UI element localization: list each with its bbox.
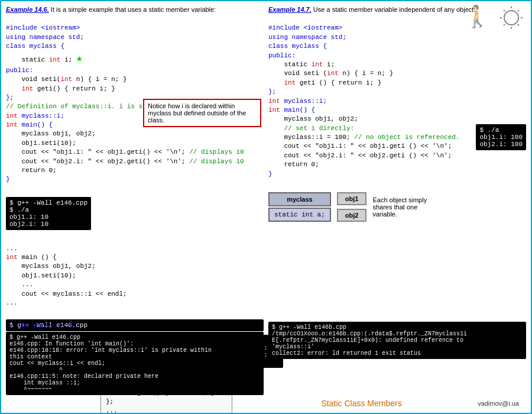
myclass-label: myclass — [268, 192, 331, 206]
green-star-icon: ★ — [76, 53, 83, 64]
terminal-bottom-left: $ g++ -Wall e146.cpp e146.cpp: In functi… — [6, 332, 264, 395]
ex14-7-desc: Use a static member variable independent… — [312, 6, 476, 13]
class-diagram-box: myclass static int a; — [268, 192, 331, 222]
extra-code: ... int main () { myclass obj1, obj2; ob… — [6, 235, 264, 317]
extra-code-area: ... int main () { myclass obj1, obj2; ob… — [6, 235, 264, 331]
terminal-bottom-right: $ g++ -Wall e146b.cpp /tmp/ccO1Xooo.o:e1… — [268, 322, 526, 359]
ex14-7-label: Example 14.7. — [268, 6, 312, 13]
svg-line-8 — [504, 24, 505, 25]
terminal-right-top: $ ./a obj1.i: 100 obj2.i: 100 — [476, 124, 526, 150]
svg-line-7 — [518, 10, 519, 11]
bottom-section: // int myclass::i; $ g++ -Wall e146.cpp … — [6, 322, 526, 395]
bottom-left: // int myclass::i; $ g++ -Wall e146.cpp … — [6, 322, 264, 395]
static-member-label: static int a; — [268, 208, 331, 222]
sun-icon — [491, 6, 523, 38]
notice-box: Notice how i is declared within myclass … — [143, 99, 261, 127]
bottom-left-code: // int myclass::i; — [6, 322, 264, 331]
page-title: Static Class Members — [245, 399, 478, 408]
example-right: 🚶 Example 14.7. Use a static member vari… — [268, 6, 526, 331]
diagram-section: myclass static int a; obj1 obj2 Each obj… — [268, 192, 526, 222]
footer: Static Class Members vadimov@i.ua — [1, 399, 531, 408]
example-right-code: #include <iostream> using namespace std;… — [268, 15, 526, 187]
notice-container: Notice how i is declared within myclass … — [143, 99, 261, 127]
ex14-6-label: Example 14.6. — [6, 6, 49, 13]
svg-line-5 — [504, 10, 505, 11]
obj2-box: obj2 — [337, 209, 367, 222]
svg-line-6 — [518, 24, 519, 25]
example-left-title: Example 14.6. It is a simple example tha… — [6, 6, 264, 13]
top-section: Example 14.6. It is a simple example tha… — [6, 6, 526, 331]
diagram-description: Each object simply shares that one varia… — [372, 196, 443, 218]
objects-column: obj1 obj2 — [337, 192, 367, 222]
terminal-left-1: $ g++ -Wall e146.cpp $ ./a obj1.i: 10 ob… — [6, 197, 91, 230]
main-container: Example 14.6. It is a simple example tha… — [1, 1, 531, 413]
obj1-box: obj1 — [337, 192, 367, 205]
footer-email: vadimov@i.ua — [478, 400, 519, 407]
bottom-right: $ g++ -Wall e146b.cpp /tmp/ccO1Xooo.o:e1… — [268, 322, 526, 395]
ex14-6-desc: It is a simple example that uses a stati… — [49, 6, 216, 13]
left-bottom-area: $ g++ -Wall e146.cpp $ ./a obj1.i: 10 ob… — [6, 197, 264, 230]
walking-figure-icon: 🚶 — [464, 6, 491, 27]
example-left: Example 14.6. It is a simple example tha… — [6, 6, 264, 331]
svg-point-0 — [504, 11, 518, 25]
